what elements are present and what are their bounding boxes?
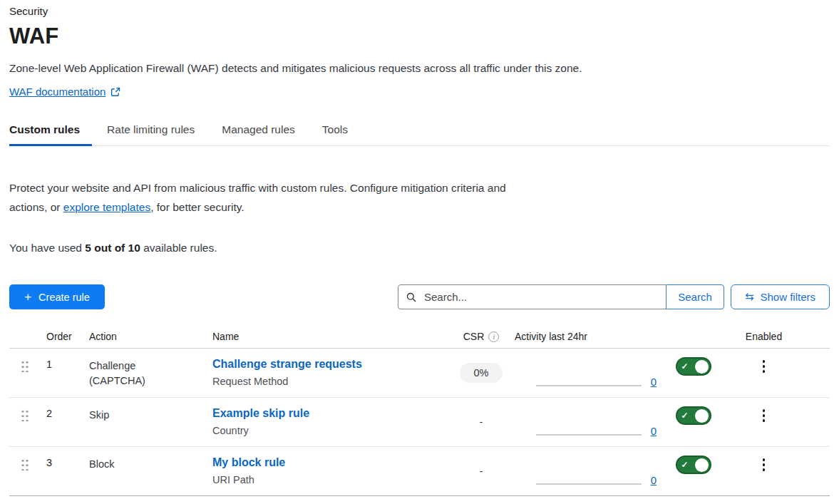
- create-rule-label: Create rule: [38, 292, 90, 303]
- page-description: Zone-level Web Application Firewall (WAF…: [9, 62, 830, 75]
- header-csr: CSR i: [448, 331, 515, 342]
- csr-value: 0%: [460, 363, 503, 383]
- header-action: Action: [89, 331, 212, 342]
- rule-name-link[interactable]: Challenge strange requests: [212, 357, 362, 371]
- activity-sparkline: [536, 385, 642, 386]
- header-activity: Activity last 24hr: [515, 331, 657, 342]
- drag-handle-icon[interactable]: [21, 409, 29, 421]
- activity-count-link[interactable]: 0: [651, 427, 657, 436]
- page-title: WAF: [9, 24, 830, 49]
- search-input[interactable]: [423, 290, 658, 304]
- drag-cell: [9, 398, 46, 421]
- usage-count: 5 out of 10: [85, 242, 140, 254]
- rule-name-link[interactable]: Example skip rule: [212, 406, 309, 420]
- rule-action: Block: [89, 447, 212, 472]
- info-icon[interactable]: i: [488, 331, 499, 342]
- activity-sparkline: [536, 483, 642, 485]
- menu-cell: [730, 398, 798, 423]
- waf-tab-bar: Custom rules Rate limiting rules Managed…: [9, 123, 830, 146]
- rule-name-cell: My block rule URI Path: [212, 447, 448, 485]
- tab-managed-rules[interactable]: Managed rules: [222, 123, 295, 145]
- show-filters-button[interactable]: ⇆ Show filters: [731, 284, 830, 309]
- table-row: 3 Block My block rule URI Path - 0 ✓: [9, 447, 830, 496]
- external-link-icon: [110, 87, 120, 97]
- kebab-menu-icon[interactable]: [758, 359, 770, 374]
- create-rule-button[interactable]: + Create rule: [9, 284, 105, 309]
- drag-cell: [9, 447, 46, 470]
- toolbar-right-group: Search ⇆ Show filters: [398, 284, 830, 309]
- rule-name-cell: Example skip rule Country: [212, 398, 448, 436]
- custom-rules-intro: Protect your website and API from malici…: [9, 178, 535, 217]
- rules-usage-text: You have used 5 out of 10 available rule…: [9, 242, 830, 254]
- csr-cell: 0%: [448, 349, 515, 397]
- breadcrumb-security: Security: [9, 0, 830, 17]
- tab-custom-rules[interactable]: Custom rules: [9, 123, 80, 145]
- header-name: Name: [212, 331, 448, 342]
- tab-tools[interactable]: Tools: [322, 123, 348, 145]
- activity-sparkline: [536, 434, 642, 436]
- toggle-knob: [695, 360, 709, 374]
- header-order: Order: [46, 331, 89, 342]
- table-row: 2 Skip Example skip rule Country - 0 ✓: [9, 398, 830, 447]
- table-body: 1 Challenge (CAPTCHA) Challenge strange …: [9, 349, 830, 496]
- enabled-cell: ✓: [657, 349, 730, 376]
- search-box: [398, 284, 666, 309]
- header-enabled: Enabled: [730, 331, 798, 342]
- rule-criteria: URI Path: [212, 474, 448, 485]
- activity-count-link[interactable]: 0: [651, 476, 657, 485]
- activity-cell: 0: [515, 398, 657, 446]
- menu-cell: [730, 349, 798, 374]
- rule-action: Skip: [89, 398, 212, 423]
- toggle-knob: [695, 409, 709, 423]
- drag-cell: [9, 349, 46, 372]
- rule-criteria: Request Method: [212, 376, 448, 387]
- rule-action: Challenge (CAPTCHA): [89, 349, 212, 389]
- check-icon: ✓: [681, 411, 689, 420]
- enabled-toggle[interactable]: ✓: [676, 357, 711, 376]
- drag-handle-icon[interactable]: [21, 360, 29, 372]
- toggle-knob: [695, 458, 709, 472]
- waf-page: Security WAF Zone-level Web Application …: [0, 0, 839, 496]
- search-button[interactable]: Search: [666, 284, 724, 309]
- enabled-toggle[interactable]: ✓: [676, 406, 711, 425]
- csr-value: -: [480, 466, 483, 477]
- activity-cell: 0: [515, 447, 657, 495]
- activity-cell: 0: [515, 349, 657, 397]
- kebab-menu-icon[interactable]: [758, 457, 770, 473]
- table-row: 1 Challenge (CAPTCHA) Challenge strange …: [9, 349, 830, 398]
- activity-count-link[interactable]: 0: [651, 378, 657, 386]
- header-csr-label: CSR: [463, 331, 485, 342]
- swap-arrows-icon: ⇆: [745, 292, 754, 302]
- plus-icon: +: [24, 291, 31, 303]
- check-icon: ✓: [681, 362, 689, 371]
- check-icon: ✓: [681, 461, 689, 469]
- enabled-cell: ✓: [657, 447, 730, 474]
- doc-link-row: WAF documentation: [9, 86, 830, 98]
- rule-order: 3: [46, 447, 89, 468]
- rule-name-link[interactable]: My block rule: [212, 456, 285, 469]
- show-filters-label: Show filters: [761, 291, 816, 303]
- tab-rate-limiting-rules[interactable]: Rate limiting rules: [107, 123, 195, 145]
- usage-after: available rules.: [140, 242, 217, 254]
- rule-order: 1: [46, 349, 89, 370]
- usage-before: You have used: [9, 242, 85, 254]
- csr-value: -: [480, 416, 483, 428]
- csr-cell: -: [448, 447, 515, 495]
- csr-cell: -: [448, 398, 515, 446]
- waf-documentation-link[interactable]: WAF documentation: [9, 86, 105, 98]
- explore-templates-link[interactable]: explore templates: [63, 201, 150, 213]
- rules-table-header: Order Action Name CSR i Activity last 24…: [9, 331, 830, 349]
- drag-handle-icon[interactable]: [21, 458, 29, 470]
- enabled-cell: ✓: [657, 398, 730, 425]
- rules-toolbar: + Create rule Search ⇆ Show filters: [9, 284, 830, 309]
- enabled-toggle[interactable]: ✓: [676, 456, 711, 474]
- search-icon: [406, 292, 416, 302]
- rule-order: 2: [46, 398, 89, 419]
- rule-criteria: Country: [212, 425, 448, 436]
- rule-name-cell: Challenge strange requests Request Metho…: [212, 349, 448, 387]
- intro-text-after: , for better security.: [150, 201, 245, 213]
- menu-cell: [730, 447, 798, 473]
- kebab-menu-icon[interactable]: [758, 408, 770, 423]
